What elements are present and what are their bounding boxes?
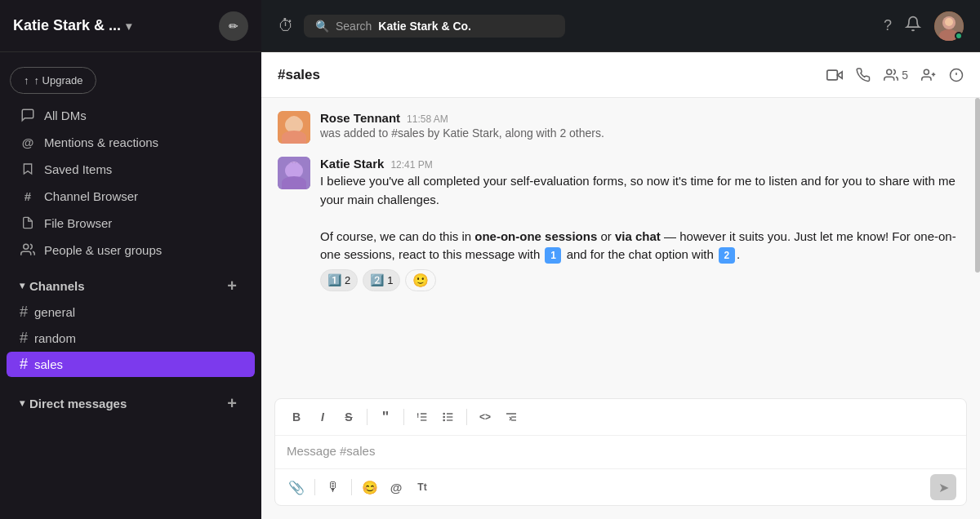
sidebar-header: Katie Stark & ... ▾ ✏ <box>0 0 261 52</box>
svg-point-26 <box>296 166 297 168</box>
history-icon[interactable]: ⏱ <box>278 16 294 35</box>
upgrade-label: ↑ Upgrade <box>34 74 83 86</box>
message-row: Katie Stark 12:41 PM I believe you've al… <box>278 157 964 291</box>
strikethrough-button[interactable]: S <box>337 406 360 428</box>
scrollbar[interactable] <box>975 98 980 273</box>
svg-point-1 <box>24 244 29 249</box>
formatting-toolbar: B I S " <> <box>275 399 966 436</box>
upgrade-button[interactable]: ↑ ↑ Upgrade <box>10 67 96 94</box>
rose-tennant-message: Rose Tennant 11:58 AM was added to #sale… <box>320 111 964 140</box>
people-icon <box>20 242 36 258</box>
member-count: 5 <box>902 69 908 82</box>
mentions-label: Mentions & reactions <box>44 135 158 149</box>
svg-point-17 <box>283 131 305 144</box>
workspace-name[interactable]: Katie Stark & ... ▾ <box>13 17 131 34</box>
svg-point-8 <box>887 69 892 74</box>
topbar-right: ? <box>884 11 964 41</box>
search-workspace: Katie Stark & Co. <box>378 20 471 33</box>
toolbar-divider <box>367 409 368 425</box>
attachment-button[interactable]: 📎 <box>285 476 308 499</box>
phone-call-icon[interactable] <box>856 68 871 82</box>
katie-stark-avatar <box>278 157 310 189</box>
info-icon[interactable] <box>949 68 964 82</box>
mic-button[interactable]: 🎙 <box>322 476 345 499</box>
svg-marker-0 <box>24 164 31 174</box>
message-input-placeholder: Message #sales <box>287 444 375 458</box>
add-channel-button[interactable]: + <box>222 276 242 295</box>
user-avatar-wrapper[interactable] <box>934 11 964 41</box>
add-dm-button[interactable]: + <box>222 393 242 413</box>
channel-header: #sales 5 <box>261 52 980 98</box>
dm-section-label: Direct messages <box>29 397 127 410</box>
reaction-emoji-1: 1️⃣ <box>327 273 341 286</box>
channel-name-general: general <box>34 305 75 319</box>
italic-button[interactable]: I <box>311 406 334 428</box>
message-input[interactable]: Message #sales <box>275 436 966 468</box>
channel-item-sales[interactable]: # sales <box>7 352 255 377</box>
file-browser-icon <box>20 215 36 231</box>
channel-item-random[interactable]: # random <box>7 326 255 351</box>
message-input-area: B I S " <> <box>261 388 980 519</box>
members-icon[interactable]: 5 <box>884 68 908 82</box>
reaction-badge-1: 1 <box>545 247 561 264</box>
channel-browser-label: Channel Browser <box>44 189 138 203</box>
channel-name-random: random <box>34 331 76 345</box>
edit-button[interactable]: ✏ <box>219 11 248 41</box>
sidebar-item-channel-browser[interactable]: # Channel Browser <box>7 183 255 209</box>
send-button[interactable]: ➤ <box>930 474 956 500</box>
message-input-container: B I S " <> <box>274 398 967 506</box>
mentions-icon: @ <box>20 134 36 150</box>
format-text-button[interactable]: Tt <box>411 476 434 499</box>
dm-section-header[interactable]: ▾ Direct messages + <box>7 387 255 416</box>
quote-button[interactable]: " <box>374 406 397 428</box>
channel-main: #sales 5 <box>261 52 980 519</box>
messages-area: Rose Tennant 11:58 AM was added to #sale… <box>261 98 980 304</box>
rose-tennant-avatar <box>278 111 310 144</box>
katie-stark-message: Katie Stark 12:41 PM I believe you've al… <box>320 157 964 291</box>
sidebar-item-people[interactable]: People & user groups <box>7 237 255 263</box>
workspace-chevron-icon: ▾ <box>126 20 131 33</box>
help-icon[interactable]: ? <box>884 17 892 34</box>
notification-icon[interactable] <box>905 16 921 36</box>
sidebar-item-mentions[interactable]: @ Mentions & reactions <box>7 129 255 155</box>
indent-button[interactable] <box>500 406 523 428</box>
search-bar[interactable]: 🔍 Search Katie Stark & Co. <box>304 15 565 38</box>
svg-point-19 <box>291 121 292 122</box>
input-divider <box>314 479 315 495</box>
channel-item-general[interactable]: # general <box>7 299 255 325</box>
topbar-left: ⏱ 🔍 Search Katie Stark & Co. <box>278 15 565 38</box>
message-row: Rose Tennant 11:58 AM was added to #sale… <box>278 111 964 144</box>
reaction-emoji-2: 2️⃣ <box>370 273 384 286</box>
message-header: Rose Tennant 11:58 AM <box>320 111 964 125</box>
svg-point-24 <box>289 163 299 173</box>
user-status-dot <box>955 32 963 40</box>
reaction-two[interactable]: 2️⃣ 1 <box>363 269 400 291</box>
svg-point-35 <box>443 419 444 420</box>
add-reaction-button[interactable]: 🙂 <box>405 269 436 291</box>
mention-button[interactable]: @ <box>385 476 408 499</box>
unordered-list-button[interactable] <box>437 406 460 428</box>
channel-browser-icon: # <box>20 188 36 204</box>
ordered-list-button[interactable] <box>411 406 434 428</box>
topbar: ⏱ 🔍 Search Katie Stark & Co. ? <box>261 0 980 52</box>
code-button[interactable]: <> <box>474 406 497 428</box>
input-bottom-bar: 📎 🎙 😊 @ Tt ➤ <box>275 468 966 505</box>
video-call-icon[interactable] <box>826 67 843 83</box>
channel-hash-icon: # <box>20 304 28 321</box>
sidebar-item-saved[interactable]: Saved Items <box>7 156 255 182</box>
svg-point-25 <box>291 166 292 168</box>
svg-point-22 <box>287 162 301 176</box>
input-divider <box>351 479 352 495</box>
sidebar-item-file-browser[interactable]: File Browser <box>7 210 255 236</box>
channels-section-header[interactable]: ▾ Channels + <box>7 269 255 299</box>
channel-name-sales: sales <box>34 357 63 371</box>
add-member-icon[interactable] <box>921 68 936 82</box>
bold-button[interactable]: B <box>285 406 308 428</box>
sidebar-item-all-dms[interactable]: All DMs <box>7 102 255 128</box>
sidebar-content: ↑ ↑ Upgrade All DMs @ Mentions & reactio… <box>0 52 261 519</box>
svg-point-33 <box>443 413 444 414</box>
emoji-button[interactable]: 😊 <box>359 476 381 499</box>
reaction-one[interactable]: 1️⃣ 2 <box>320 269 358 291</box>
messages-wrapper: Rose Tennant 11:58 AM was added to #sale… <box>261 98 980 388</box>
channel-hash-icon: # <box>20 356 28 373</box>
